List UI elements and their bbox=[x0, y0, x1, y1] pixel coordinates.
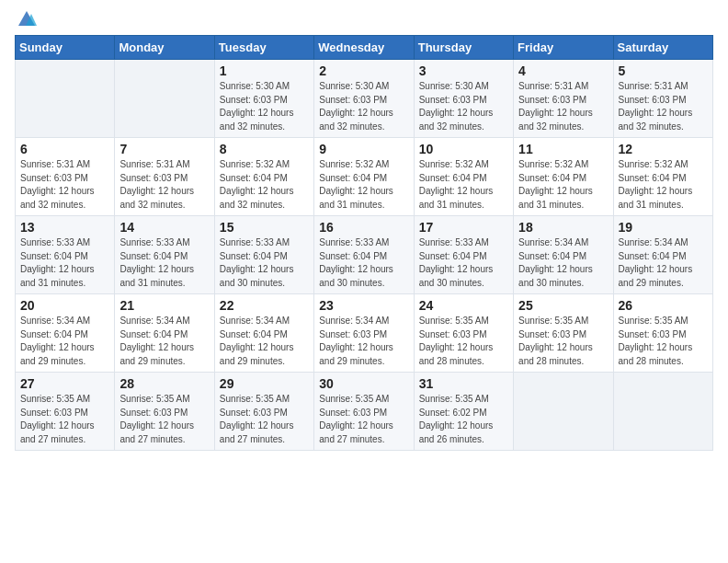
week-row-4: 20Sunrise: 5:34 AM Sunset: 6:04 PM Dayli… bbox=[16, 294, 713, 373]
week-row-5: 27Sunrise: 5:35 AM Sunset: 6:03 PM Dayli… bbox=[16, 373, 713, 451]
cell-info: Sunrise: 5:30 AM Sunset: 6:03 PM Dayligh… bbox=[419, 80, 508, 133]
calendar-cell: 20Sunrise: 5:34 AM Sunset: 6:04 PM Dayli… bbox=[16, 294, 115, 373]
cell-info: Sunrise: 5:34 AM Sunset: 6:04 PM Dayligh… bbox=[119, 315, 209, 368]
day-number: 12 bbox=[619, 142, 708, 156]
calendar-cell: 22Sunrise: 5:34 AM Sunset: 6:04 PM Dayli… bbox=[214, 294, 313, 373]
header-wednesday: Wednesday bbox=[314, 36, 414, 60]
day-number: 2 bbox=[319, 63, 408, 78]
cell-info: Sunrise: 5:32 AM Sunset: 6:04 PM Dayligh… bbox=[220, 158, 309, 212]
day-number: 18 bbox=[518, 220, 608, 235]
calendar-cell: 16Sunrise: 5:33 AM Sunset: 6:04 PM Dayli… bbox=[314, 216, 414, 294]
calendar-header-row: SundayMondayTuesdayWednesdayThursdayFrid… bbox=[16, 36, 713, 60]
cell-info: Sunrise: 5:35 AM Sunset: 6:03 PM Dayligh… bbox=[20, 393, 109, 446]
calendar-cell: 13Sunrise: 5:33 AM Sunset: 6:04 PM Dayli… bbox=[16, 216, 115, 294]
day-number: 31 bbox=[419, 376, 508, 391]
calendar-cell: 29Sunrise: 5:35 AM Sunset: 6:03 PM Dayli… bbox=[214, 373, 313, 451]
day-number: 25 bbox=[518, 298, 608, 313]
day-number: 27 bbox=[20, 376, 109, 391]
day-number: 24 bbox=[419, 298, 508, 313]
day-number: 1 bbox=[220, 63, 309, 78]
calendar-cell: 31Sunrise: 5:35 AM Sunset: 6:02 PM Dayli… bbox=[414, 373, 513, 451]
calendar-cell: 8Sunrise: 5:32 AM Sunset: 6:04 PM Daylig… bbox=[214, 138, 313, 216]
header-monday: Monday bbox=[115, 36, 214, 60]
header-row bbox=[15, 9, 713, 29]
day-number: 8 bbox=[220, 142, 309, 156]
calendar-cell: 18Sunrise: 5:34 AM Sunset: 6:04 PM Dayli… bbox=[514, 216, 613, 294]
calendar-cell: 14Sunrise: 5:33 AM Sunset: 6:04 PM Dayli… bbox=[115, 216, 214, 294]
day-number: 21 bbox=[119, 298, 209, 313]
calendar-cell: 19Sunrise: 5:34 AM Sunset: 6:04 PM Dayli… bbox=[613, 216, 712, 294]
cell-info: Sunrise: 5:34 AM Sunset: 6:04 PM Dayligh… bbox=[220, 315, 309, 368]
day-number: 5 bbox=[619, 63, 708, 78]
day-number: 11 bbox=[518, 142, 608, 156]
calendar-cell bbox=[613, 373, 712, 451]
calendar-cell: 28Sunrise: 5:35 AM Sunset: 6:03 PM Dayli… bbox=[115, 373, 214, 451]
day-number: 7 bbox=[119, 142, 209, 156]
logo bbox=[15, 9, 37, 29]
calendar-cell bbox=[514, 373, 613, 451]
calendar-cell: 4Sunrise: 5:31 AM Sunset: 6:03 PM Daylig… bbox=[514, 60, 613, 138]
calendar-cell: 17Sunrise: 5:33 AM Sunset: 6:04 PM Dayli… bbox=[414, 216, 513, 294]
day-number: 17 bbox=[419, 220, 508, 235]
cell-info: Sunrise: 5:32 AM Sunset: 6:04 PM Dayligh… bbox=[518, 158, 608, 212]
cell-info: Sunrise: 5:32 AM Sunset: 6:04 PM Dayligh… bbox=[419, 158, 508, 212]
calendar-cell bbox=[16, 60, 115, 138]
header-sunday: Sunday bbox=[16, 36, 115, 60]
cell-info: Sunrise: 5:33 AM Sunset: 6:04 PM Dayligh… bbox=[119, 236, 209, 290]
calendar-cell: 6Sunrise: 5:31 AM Sunset: 6:03 PM Daylig… bbox=[16, 138, 115, 216]
day-number: 26 bbox=[619, 298, 708, 313]
day-number: 3 bbox=[419, 63, 508, 78]
cell-info: Sunrise: 5:35 AM Sunset: 6:03 PM Dayligh… bbox=[419, 315, 508, 368]
page: SundayMondayTuesdayWednesdayThursdayFrid… bbox=[0, 0, 728, 460]
calendar-cell: 9Sunrise: 5:32 AM Sunset: 6:04 PM Daylig… bbox=[314, 138, 414, 216]
header-friday: Friday bbox=[514, 36, 613, 60]
day-number: 22 bbox=[220, 298, 309, 313]
calendar-cell: 25Sunrise: 5:35 AM Sunset: 6:03 PM Dayli… bbox=[514, 294, 613, 373]
cell-info: Sunrise: 5:35 AM Sunset: 6:03 PM Dayligh… bbox=[518, 315, 608, 368]
cell-info: Sunrise: 5:32 AM Sunset: 6:04 PM Dayligh… bbox=[619, 158, 708, 212]
day-number: 30 bbox=[319, 376, 408, 391]
day-number: 28 bbox=[119, 376, 209, 391]
cell-info: Sunrise: 5:33 AM Sunset: 6:04 PM Dayligh… bbox=[419, 236, 508, 290]
calendar-cell: 27Sunrise: 5:35 AM Sunset: 6:03 PM Dayli… bbox=[16, 373, 115, 451]
calendar-cell: 1Sunrise: 5:30 AM Sunset: 6:03 PM Daylig… bbox=[214, 60, 313, 138]
logo-icon bbox=[17, 9, 37, 29]
cell-info: Sunrise: 5:35 AM Sunset: 6:03 PM Dayligh… bbox=[220, 393, 309, 446]
day-number: 9 bbox=[319, 142, 408, 156]
cell-info: Sunrise: 5:31 AM Sunset: 6:03 PM Dayligh… bbox=[119, 158, 209, 212]
cell-info: Sunrise: 5:34 AM Sunset: 6:03 PM Dayligh… bbox=[319, 315, 408, 368]
day-number: 15 bbox=[220, 220, 309, 235]
cell-info: Sunrise: 5:34 AM Sunset: 6:04 PM Dayligh… bbox=[20, 315, 109, 368]
calendar-cell: 3Sunrise: 5:30 AM Sunset: 6:03 PM Daylig… bbox=[414, 60, 513, 138]
calendar-cell: 2Sunrise: 5:30 AM Sunset: 6:03 PM Daylig… bbox=[314, 60, 414, 138]
calendar-cell: 23Sunrise: 5:34 AM Sunset: 6:03 PM Dayli… bbox=[314, 294, 414, 373]
week-row-2: 6Sunrise: 5:31 AM Sunset: 6:03 PM Daylig… bbox=[16, 138, 713, 216]
calendar-cell: 15Sunrise: 5:33 AM Sunset: 6:04 PM Dayli… bbox=[214, 216, 313, 294]
day-number: 14 bbox=[119, 220, 209, 235]
calendar-cell bbox=[115, 60, 214, 138]
day-number: 23 bbox=[319, 298, 408, 313]
calendar-cell: 12Sunrise: 5:32 AM Sunset: 6:04 PM Dayli… bbox=[613, 138, 712, 216]
cell-info: Sunrise: 5:35 AM Sunset: 6:02 PM Dayligh… bbox=[419, 393, 508, 446]
week-row-3: 13Sunrise: 5:33 AM Sunset: 6:04 PM Dayli… bbox=[16, 216, 713, 294]
cell-info: Sunrise: 5:31 AM Sunset: 6:03 PM Dayligh… bbox=[518, 80, 608, 133]
cell-info: Sunrise: 5:32 AM Sunset: 6:04 PM Dayligh… bbox=[319, 158, 408, 212]
calendar-table: SundayMondayTuesdayWednesdayThursdayFrid… bbox=[15, 35, 713, 451]
calendar-cell: 5Sunrise: 5:31 AM Sunset: 6:03 PM Daylig… bbox=[613, 60, 712, 138]
cell-info: Sunrise: 5:35 AM Sunset: 6:03 PM Dayligh… bbox=[619, 315, 708, 368]
cell-info: Sunrise: 5:33 AM Sunset: 6:04 PM Dayligh… bbox=[319, 236, 408, 290]
day-number: 13 bbox=[20, 220, 109, 235]
cell-info: Sunrise: 5:34 AM Sunset: 6:04 PM Dayligh… bbox=[619, 236, 708, 290]
calendar-cell: 7Sunrise: 5:31 AM Sunset: 6:03 PM Daylig… bbox=[115, 138, 214, 216]
cell-info: Sunrise: 5:33 AM Sunset: 6:04 PM Dayligh… bbox=[220, 236, 309, 290]
day-number: 29 bbox=[220, 376, 309, 391]
calendar-cell: 21Sunrise: 5:34 AM Sunset: 6:04 PM Dayli… bbox=[115, 294, 214, 373]
header-saturday: Saturday bbox=[613, 36, 712, 60]
calendar-cell: 30Sunrise: 5:35 AM Sunset: 6:03 PM Dayli… bbox=[314, 373, 414, 451]
header-tuesday: Tuesday bbox=[214, 36, 313, 60]
day-number: 10 bbox=[419, 142, 508, 156]
day-number: 4 bbox=[518, 63, 608, 78]
calendar-cell: 24Sunrise: 5:35 AM Sunset: 6:03 PM Dayli… bbox=[414, 294, 513, 373]
day-number: 19 bbox=[619, 220, 708, 235]
cell-info: Sunrise: 5:35 AM Sunset: 6:03 PM Dayligh… bbox=[119, 393, 209, 446]
